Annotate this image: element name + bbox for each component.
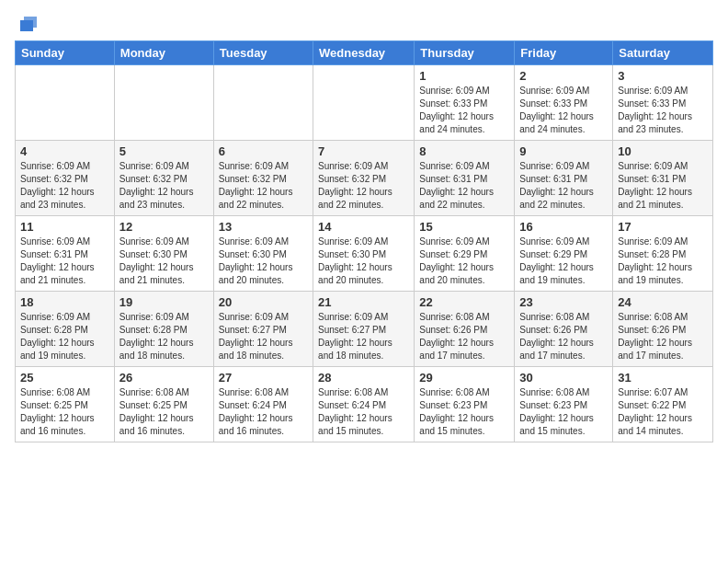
calendar-cell: 1Sunrise: 6:09 AM Sunset: 6:33 PM Daylig… [415,65,515,141]
calendar-cell: 9Sunrise: 6:09 AM Sunset: 6:31 PM Daylig… [515,141,613,216]
day-info: Sunrise: 6:08 AM Sunset: 6:26 PM Dayligh… [618,311,708,362]
calendar-cell: 17Sunrise: 6:09 AM Sunset: 6:28 PM Dayli… [613,216,713,292]
calendar-cell: 8Sunrise: 6:09 AM Sunset: 6:31 PM Daylig… [415,141,515,216]
calendar-cell: 29Sunrise: 6:08 AM Sunset: 6:23 PM Dayli… [415,367,515,442]
day-number: 3 [618,69,708,83]
calendar-cell: 18Sunrise: 6:09 AM Sunset: 6:28 PM Dayli… [16,292,115,367]
calendar-cell: 26Sunrise: 6:08 AM Sunset: 6:25 PM Dayli… [114,367,213,442]
day-info: Sunrise: 6:09 AM Sunset: 6:31 PM Dayligh… [618,160,708,212]
calendar-cell: 12Sunrise: 6:09 AM Sunset: 6:30 PM Dayli… [114,216,213,292]
day-number: 12 [119,220,209,234]
day-number: 9 [519,144,608,158]
calendar-cell: 23Sunrise: 6:08 AM Sunset: 6:26 PM Dayli… [515,292,613,367]
logo-icon [17,15,39,33]
day-number: 2 [519,69,608,83]
day-number: 6 [219,144,308,158]
day-number: 4 [20,144,109,158]
day-info: Sunrise: 6:09 AM Sunset: 6:33 PM Dayligh… [618,85,708,136]
day-info: Sunrise: 6:09 AM Sunset: 6:32 PM Dayligh… [119,160,209,212]
day-info: Sunrise: 6:09 AM Sunset: 6:30 PM Dayligh… [219,236,308,287]
day-number: 31 [618,371,708,385]
calendar-header-wednesday: Wednesday [313,41,415,65]
calendar-week-row: 11Sunrise: 6:09 AM Sunset: 6:31 PM Dayli… [16,216,713,292]
calendar-cell: 5Sunrise: 6:09 AM Sunset: 6:32 PM Daylig… [114,141,213,216]
day-number: 7 [318,144,409,158]
calendar-table: SundayMondayTuesdayWednesdayThursdayFrid… [15,40,713,442]
calendar-cell: 14Sunrise: 6:09 AM Sunset: 6:30 PM Dayli… [313,216,415,292]
calendar-header-sunday: Sunday [16,41,115,65]
day-info: Sunrise: 6:09 AM Sunset: 6:30 PM Dayligh… [318,236,409,287]
day-number: 1 [419,69,509,83]
day-info: Sunrise: 6:09 AM Sunset: 6:29 PM Dayligh… [419,236,509,287]
day-info: Sunrise: 6:08 AM Sunset: 6:25 PM Dayligh… [20,386,109,438]
day-number: 17 [618,220,708,234]
calendar-cell: 6Sunrise: 6:09 AM Sunset: 6:32 PM Daylig… [213,141,313,216]
calendar-cell: 16Sunrise: 6:09 AM Sunset: 6:29 PM Dayli… [515,216,613,292]
calendar-cell [313,65,415,141]
day-info: Sunrise: 6:08 AM Sunset: 6:24 PM Dayligh… [219,386,308,438]
day-info: Sunrise: 6:09 AM Sunset: 6:32 PM Dayligh… [219,160,308,212]
calendar-cell [114,65,213,141]
day-info: Sunrise: 6:09 AM Sunset: 6:28 PM Dayligh… [618,236,708,287]
day-info: Sunrise: 6:09 AM Sunset: 6:32 PM Dayligh… [20,160,109,212]
calendar-cell: 11Sunrise: 6:09 AM Sunset: 6:31 PM Dayli… [16,216,115,292]
day-number: 15 [419,220,509,234]
calendar-header-friday: Friday [515,41,613,65]
day-info: Sunrise: 6:08 AM Sunset: 6:26 PM Dayligh… [419,311,509,362]
calendar-cell: 22Sunrise: 6:08 AM Sunset: 6:26 PM Dayli… [415,292,515,367]
calendar-cell: 10Sunrise: 6:09 AM Sunset: 6:31 PM Dayli… [613,141,713,216]
calendar-cell: 25Sunrise: 6:08 AM Sunset: 6:25 PM Dayli… [16,367,115,442]
logo [15,15,39,33]
day-number: 10 [618,144,708,158]
day-info: Sunrise: 6:09 AM Sunset: 6:27 PM Dayligh… [318,311,409,362]
day-number: 18 [20,295,109,309]
calendar-week-row: 25Sunrise: 6:08 AM Sunset: 6:25 PM Dayli… [16,367,713,442]
day-number: 8 [419,144,509,158]
day-info: Sunrise: 6:09 AM Sunset: 6:33 PM Dayligh… [419,85,509,136]
day-number: 11 [20,220,109,234]
calendar-cell: 4Sunrise: 6:09 AM Sunset: 6:32 PM Daylig… [16,141,115,216]
calendar-cell: 2Sunrise: 6:09 AM Sunset: 6:33 PM Daylig… [515,65,613,141]
day-number: 26 [119,371,209,385]
day-info: Sunrise: 6:09 AM Sunset: 6:31 PM Dayligh… [419,160,509,212]
calendar-cell: 28Sunrise: 6:08 AM Sunset: 6:24 PM Dayli… [313,367,415,442]
day-info: Sunrise: 6:08 AM Sunset: 6:25 PM Dayligh… [119,386,209,438]
day-info: Sunrise: 6:09 AM Sunset: 6:27 PM Dayligh… [219,311,308,362]
day-info: Sunrise: 6:08 AM Sunset: 6:24 PM Dayligh… [318,386,409,438]
day-info: Sunrise: 6:09 AM Sunset: 6:30 PM Dayligh… [119,236,209,287]
day-number: 20 [219,295,308,309]
day-number: 19 [119,295,209,309]
calendar-cell: 7Sunrise: 6:09 AM Sunset: 6:32 PM Daylig… [313,141,415,216]
calendar-cell: 13Sunrise: 6:09 AM Sunset: 6:30 PM Dayli… [213,216,313,292]
day-number: 16 [519,220,608,234]
calendar-header-tuesday: Tuesday [213,41,313,65]
calendar-cell: 15Sunrise: 6:09 AM Sunset: 6:29 PM Dayli… [415,216,515,292]
day-number: 25 [20,371,109,385]
calendar-cell: 21Sunrise: 6:09 AM Sunset: 6:27 PM Dayli… [313,292,415,367]
calendar-cell [16,65,115,141]
calendar-cell: 3Sunrise: 6:09 AM Sunset: 6:33 PM Daylig… [613,65,713,141]
day-info: Sunrise: 6:09 AM Sunset: 6:31 PM Dayligh… [20,236,109,287]
day-number: 21 [318,295,409,309]
day-info: Sunrise: 6:08 AM Sunset: 6:23 PM Dayligh… [419,386,509,438]
day-info: Sunrise: 6:09 AM Sunset: 6:32 PM Dayligh… [318,160,409,212]
svg-marker-1 [20,20,33,31]
calendar-cell: 27Sunrise: 6:08 AM Sunset: 6:24 PM Dayli… [213,367,313,442]
calendar-week-row: 1Sunrise: 6:09 AM Sunset: 6:33 PM Daylig… [16,65,713,141]
day-number: 29 [419,371,509,385]
calendar-header-monday: Monday [114,41,213,65]
calendar-header-saturday: Saturday [613,41,713,65]
day-number: 28 [318,371,409,385]
day-number: 5 [119,144,209,158]
day-number: 24 [618,295,708,309]
day-info: Sunrise: 6:09 AM Sunset: 6:31 PM Dayligh… [519,160,608,212]
day-number: 30 [519,371,608,385]
calendar-cell: 19Sunrise: 6:09 AM Sunset: 6:28 PM Dayli… [114,292,213,367]
day-number: 14 [318,220,409,234]
day-info: Sunrise: 6:09 AM Sunset: 6:28 PM Dayligh… [20,311,109,362]
day-number: 13 [219,220,308,234]
calendar-week-row: 4Sunrise: 6:09 AM Sunset: 6:32 PM Daylig… [16,141,713,216]
calendar-cell [213,65,313,141]
calendar-cell: 31Sunrise: 6:07 AM Sunset: 6:22 PM Dayli… [613,367,713,442]
calendar-header-row: SundayMondayTuesdayWednesdayThursdayFrid… [16,41,713,65]
